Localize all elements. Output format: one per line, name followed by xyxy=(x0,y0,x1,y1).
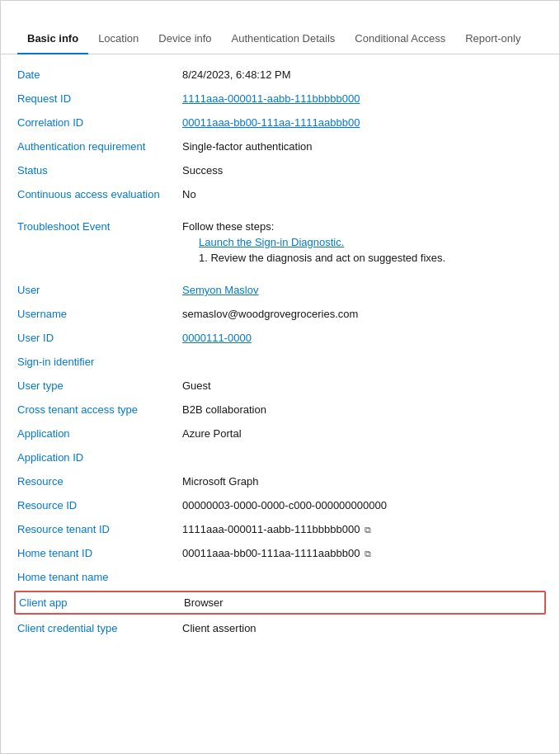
table-row: Resource ID00000003-0000-0000-c000-00000… xyxy=(17,493,543,517)
tab-bar: Basic infoLocationDevice infoAuthenticat… xyxy=(1,26,559,54)
row-label: Cross tenant access type xyxy=(17,403,182,416)
row-label: User ID xyxy=(17,332,182,344)
table-row: UserSemyon Maslov xyxy=(17,278,543,302)
table-row: Client appBrowser xyxy=(14,591,546,615)
row-value[interactable]: Semyon Maslov xyxy=(182,284,543,296)
row-value: 8/24/2023, 6:48:12 PM xyxy=(182,68,543,81)
table-row: Cross tenant access typeB2B collaboratio… xyxy=(17,398,543,422)
row-value[interactable]: 1111aaa-000011-aabb-111bbbbb000 xyxy=(182,92,543,105)
troubleshoot-review-text: 1. Review the diagnosis and act on sugge… xyxy=(182,252,543,264)
tab-authentication-details[interactable]: Authentication Details xyxy=(222,26,346,54)
table-row: Home tenant ID00011aaa-bb00-111aa-1111aa… xyxy=(17,541,543,565)
activity-details-panel: Basic infoLocationDevice infoAuthenticat… xyxy=(0,0,560,754)
row-label: Application xyxy=(17,427,182,440)
row-label: User xyxy=(17,284,182,296)
content-area: Date8/24/2023, 6:48:12 PMRequest ID1111a… xyxy=(1,54,559,657)
row-value: Azure Portal xyxy=(182,427,543,440)
table-row: Correlation ID00011aaa-bb00-111aa-1111aa… xyxy=(17,111,543,134)
row-label: Home tenant name xyxy=(17,571,182,583)
row-label: Continuous access evaluation xyxy=(17,188,182,200)
copy-icon[interactable]: ⧉ xyxy=(365,525,371,535)
row-value[interactable]: 00011aaa-bb00-111aa-1111aabbb00 xyxy=(182,116,543,129)
row-value: 1111aaa-000011-aabb-111bbbbb000⧉ xyxy=(182,523,543,535)
tab-report-only[interactable]: Report-only xyxy=(455,26,530,54)
table-row: Client credential typeClient assertion xyxy=(17,616,543,640)
row-label: Status xyxy=(17,164,182,177)
table-row: Usernamesemaslov@woodgrovegroceries.com xyxy=(17,302,543,326)
row-label: Application ID xyxy=(17,451,182,464)
tab-conditional-access[interactable]: Conditional Access xyxy=(345,26,455,54)
row-value: 00000003-0000-0000-c000-000000000000 xyxy=(182,499,543,511)
row-value: Single-factor authentication xyxy=(182,140,543,153)
row-label: Sign-in identifier xyxy=(17,356,182,368)
troubleshoot-follow-text: Follow these steps: xyxy=(182,220,543,233)
table-row: StatusSuccess xyxy=(17,158,543,182)
table-row: Sign-in identifier xyxy=(17,350,543,374)
row-label: Authentication requirement xyxy=(17,140,182,153)
table-row: Continuous access evaluationNo xyxy=(17,182,543,206)
launch-diagnostic-link[interactable]: Launch the Sign-in Diagnostic. xyxy=(182,236,543,248)
row-value: Success xyxy=(182,164,543,177)
row-label: User type xyxy=(17,379,182,392)
row-value: No xyxy=(182,188,543,200)
table-row: Date8/24/2023, 6:48:12 PM xyxy=(17,63,543,87)
table-row: Application ID xyxy=(17,445,543,469)
table-row: Authentication requirementSingle-factor … xyxy=(17,134,543,158)
row-value: Browser xyxy=(184,596,541,609)
row-value: Guest xyxy=(182,379,543,392)
table-row: User ID0000111-0000 xyxy=(17,326,543,350)
tab-basic-info[interactable]: Basic info xyxy=(17,26,88,54)
row-value[interactable]: 0000111-0000 xyxy=(182,332,543,344)
table-row: ApplicationAzure Portal xyxy=(17,422,543,445)
row-label: Date xyxy=(17,68,182,81)
table-row: ResourceMicrosoft Graph xyxy=(17,469,543,493)
row-value: 00011aaa-bb00-111aa-1111aabbb00⧉ xyxy=(182,547,543,559)
row-label: Resource xyxy=(17,475,182,488)
row-value: B2B collaboration xyxy=(182,403,543,416)
row-label: Resource ID xyxy=(17,499,182,511)
table-row: Home tenant name xyxy=(17,565,543,589)
table-row: User typeGuest xyxy=(17,374,543,398)
page-title xyxy=(1,1,559,26)
row-label: Home tenant ID xyxy=(17,547,182,559)
row-label: Request ID xyxy=(17,92,182,105)
troubleshoot-row: Troubleshoot EventFollow these steps:Lau… xyxy=(17,214,543,270)
row-value: Client assertion xyxy=(182,622,543,634)
troubleshoot-label: Troubleshoot Event xyxy=(17,220,182,233)
row-value: Microsoft Graph xyxy=(182,475,543,488)
row-label: Client app xyxy=(19,596,184,609)
copy-icon[interactable]: ⧉ xyxy=(365,549,371,558)
table-row: Request ID1111aaa-000011-aabb-111bbbbb00… xyxy=(17,87,543,111)
table-row: Resource tenant ID1111aaa-000011-aabb-11… xyxy=(17,517,543,541)
row-value: semaslov@woodgrovegroceries.com xyxy=(182,308,543,320)
tab-device-info[interactable]: Device info xyxy=(148,26,221,54)
troubleshoot-content: Follow these steps:Launch the Sign-in Di… xyxy=(182,220,543,264)
row-label: Client credential type xyxy=(17,622,182,634)
row-label: Correlation ID xyxy=(17,116,182,129)
row-label: Username xyxy=(17,308,182,320)
row-label: Resource tenant ID xyxy=(17,523,182,535)
tab-location[interactable]: Location xyxy=(88,26,148,54)
